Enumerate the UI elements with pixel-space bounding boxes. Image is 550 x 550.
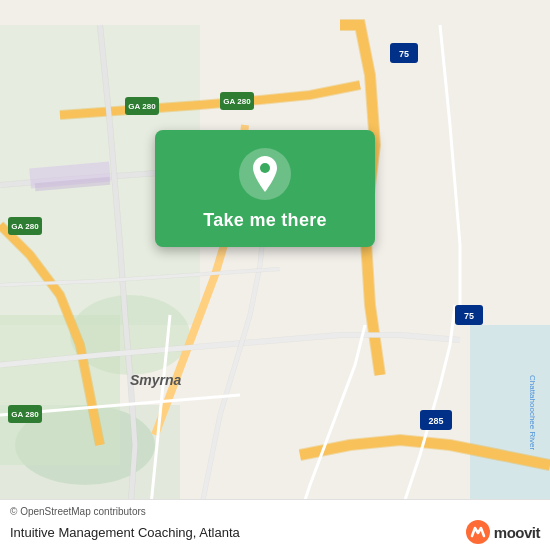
location-icon-wrap [239,148,291,200]
take-me-card[interactable]: Take me there [155,130,375,247]
map-container: 75 75 285 GA 280 GA 280 GA 280 GA 280 Sm… [0,0,550,550]
svg-text:285: 285 [428,416,443,426]
svg-point-24 [260,163,270,173]
location-title: Intuitive Management Coaching, Atlanta [10,525,240,540]
svg-text:GA 280: GA 280 [223,97,251,106]
bottom-info-row: Intuitive Management Coaching, Atlanta m… [10,520,540,544]
svg-text:Chattahoochee River: Chattahoochee River [528,375,537,450]
svg-text:75: 75 [399,49,409,59]
bottom-bar: © OpenStreetMap contributors Intuitive M… [0,499,550,550]
copyright-text: © OpenStreetMap contributors [10,506,540,517]
moovit-brand-text: moovit [494,524,540,541]
moovit-icon [466,520,490,544]
location-pin-icon [249,156,281,192]
map-roads-svg: 75 75 285 GA 280 GA 280 GA 280 GA 280 Sm… [0,0,550,550]
svg-text:75: 75 [464,311,474,321]
svg-text:GA 280: GA 280 [128,102,156,111]
moovit-logo: moovit [466,520,540,544]
svg-text:GA 280: GA 280 [11,410,39,419]
svg-text:Smyrna: Smyrna [130,372,182,388]
take-me-button-label: Take me there [203,210,327,231]
svg-rect-2 [470,325,550,525]
svg-text:GA 280: GA 280 [11,222,39,231]
